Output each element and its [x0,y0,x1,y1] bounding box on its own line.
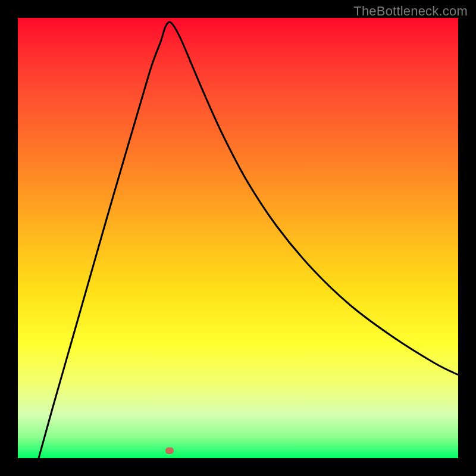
watermark-text: TheBottleneck.com [353,4,468,19]
chart-frame: TheBottleneck.com [0,0,476,476]
optimum-marker [165,447,174,454]
bottleneck-curve [18,18,458,458]
plot-area [18,18,458,458]
